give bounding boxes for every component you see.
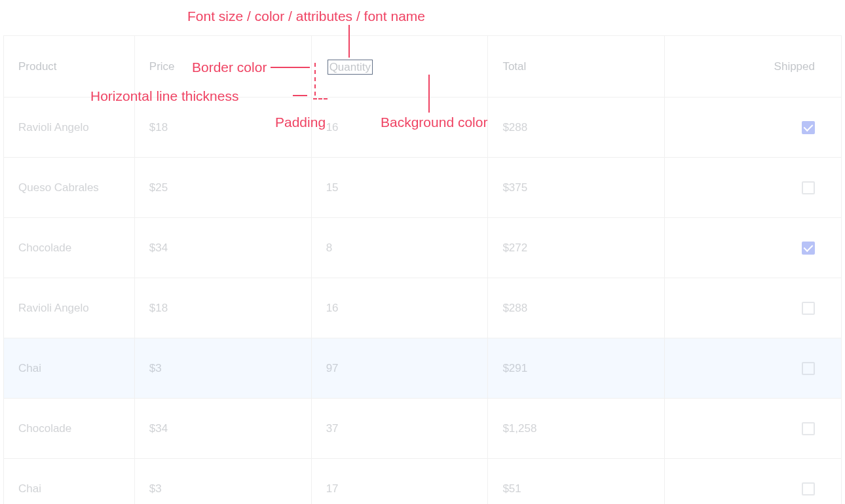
table-row[interactable]: Ravioli Angelo$1816$288	[4, 98, 842, 158]
cell-price: $18	[135, 278, 312, 338]
cell-price: $34	[135, 218, 312, 278]
shipped-checkbox[interactable]	[802, 422, 815, 435]
cell-quantity: 97	[312, 338, 489, 398]
shipped-checkbox[interactable]	[802, 242, 815, 255]
cell-product: Queso Cabrales	[4, 158, 135, 217]
cell-product: Chai	[4, 338, 135, 398]
shipped-checkbox[interactable]	[802, 121, 815, 134]
cell-shipped	[665, 459, 842, 504]
table-row[interactable]: Chai$317$51	[4, 459, 842, 504]
col-header-quantity[interactable]: Quantity	[312, 36, 489, 97]
table-row[interactable]: Ravioli Angelo$1816$288	[4, 278, 842, 338]
cell-product: Ravioli Angelo	[4, 98, 135, 157]
cell-product: Chocolade	[4, 399, 135, 458]
col-header-total[interactable]: Total	[488, 36, 665, 97]
focused-header-cell[interactable]: Quantity	[328, 60, 373, 75]
table-row[interactable]: Chai$397$291	[4, 338, 842, 399]
shipped-checkbox[interactable]	[802, 482, 815, 495]
cell-quantity: 17	[312, 459, 489, 504]
shipped-checkbox[interactable]	[802, 362, 815, 375]
cell-total: $51	[488, 459, 665, 504]
cell-quantity: 16	[312, 278, 489, 338]
table-header-row: Product Price Quantity Total Shipped	[4, 36, 842, 98]
cell-product: Chai	[4, 459, 135, 504]
cell-price: $34	[135, 399, 312, 458]
cell-shipped	[665, 98, 842, 157]
col-header-product[interactable]: Product	[4, 36, 135, 97]
cell-quantity: 8	[312, 218, 489, 278]
annotation-font-attrs: Font size / color / attributes / font na…	[187, 9, 425, 23]
cell-total: $288	[488, 278, 665, 338]
cell-quantity: 37	[312, 399, 489, 458]
table-row[interactable]: Chocolade$3437$1,258	[4, 399, 842, 459]
cell-price: $3	[135, 459, 312, 504]
cell-price: $18	[135, 98, 312, 157]
cell-price: $25	[135, 158, 312, 217]
cell-shipped	[665, 338, 842, 398]
table-row[interactable]: Queso Cabrales$2515$375	[4, 158, 842, 218]
col-header-shipped[interactable]: Shipped	[665, 36, 842, 97]
cell-quantity: 15	[312, 158, 489, 217]
cell-total: $291	[488, 338, 665, 398]
table-row[interactable]: Chocolade$348$272	[4, 218, 842, 278]
cell-shipped	[665, 278, 842, 338]
cell-total: $1,258	[488, 399, 665, 458]
cell-shipped	[665, 399, 842, 458]
shipped-checkbox[interactable]	[802, 302, 815, 315]
cell-product: Chocolade	[4, 218, 135, 278]
cell-shipped	[665, 158, 842, 217]
col-header-price[interactable]: Price	[135, 36, 312, 97]
cell-shipped	[665, 218, 842, 278]
data-table: Product Price Quantity Total Shipped Rav…	[3, 35, 842, 504]
cell-total: $272	[488, 218, 665, 278]
cell-total: $288	[488, 98, 665, 157]
cell-price: $3	[135, 338, 312, 398]
cell-product: Ravioli Angelo	[4, 278, 135, 338]
cell-total: $375	[488, 158, 665, 217]
cell-quantity: 16	[312, 98, 489, 157]
shipped-checkbox[interactable]	[802, 181, 815, 194]
